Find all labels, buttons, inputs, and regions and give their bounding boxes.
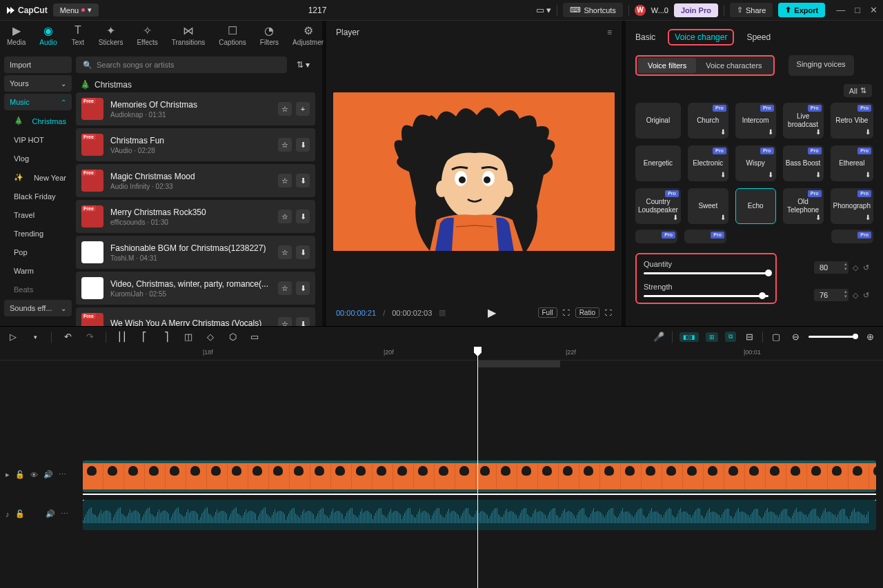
sidebar-item[interactable]: ✨ New Year — [4, 169, 72, 186]
favorite-button[interactable]: ☆ — [278, 174, 292, 187]
song-item[interactable]: Free Merry Christmas Rock350 efficsounds… — [76, 200, 315, 233]
trim-left-tool[interactable]: ⎡ — [138, 331, 150, 343]
play-button[interactable]: ▶ — [488, 306, 496, 319]
filter-button[interactable]: ⇅ ▾ — [291, 57, 315, 73]
keyframe-icons[interactable]: ◇ ↺ — [853, 263, 871, 272]
mic-icon[interactable]: 🎤 — [653, 331, 665, 343]
tab-adjustment[interactable]: ⚙Adjustmer — [292, 23, 324, 46]
search-input[interactable]: 🔍 Search songs or artists — [76, 57, 287, 73]
marker-tool[interactable]: ◇ — [204, 331, 217, 343]
sidebar-item[interactable]: VIP HOT — [4, 132, 72, 148]
favorite-button[interactable]: ☆ — [278, 281, 292, 295]
track-more-icon[interactable]: ⋯ — [61, 509, 68, 518]
voice-item[interactable]: ProChurch⬇ — [688, 103, 728, 139]
voice-item[interactable]: Original — [635, 103, 681, 139]
sidebar-christmas[interactable]: 🎄 Christmas — [4, 112, 72, 130]
voice-item[interactable]: ProRetro Vibe⬇ — [831, 103, 874, 139]
zoom-slider[interactable] — [808, 336, 857, 338]
track-more-icon[interactable]: ⋯ — [59, 470, 66, 479]
add-button[interactable]: ⬇ — [296, 138, 310, 152]
song-item[interactable]: Free Christmas Fun VAudio · 02:28 ☆ ⬇ — [76, 128, 315, 161]
strength-value[interactable]: 76▴▾ — [814, 289, 849, 301]
pointer-tool[interactable]: ▷ — [7, 331, 19, 343]
favorite-button[interactable]: ☆ — [278, 317, 292, 326]
favorite-button[interactable]: ☆ — [278, 102, 292, 116]
favorite-button[interactable]: ☆ — [278, 210, 292, 223]
layout-icon[interactable]: ▭ ▾ — [536, 5, 552, 15]
pointer-menu[interactable]: ▾ — [29, 331, 41, 343]
voice-item[interactable]: ProEthereal⬇ — [831, 145, 874, 181]
delete-tool[interactable]: ▭ — [248, 331, 261, 343]
subtab-voice-characters[interactable]: Voice characters — [696, 58, 771, 73]
tab-stickers[interactable]: ✦Stickers — [99, 23, 123, 46]
tab-media[interactable]: ▶Media — [7, 23, 26, 46]
sidebar-yours[interactable]: Yours⌄ — [4, 75, 72, 92]
sidebar-item[interactable]: Travel — [4, 207, 72, 223]
voice-item[interactable]: Echo — [735, 188, 776, 224]
add-button[interactable]: ⬇ — [296, 174, 310, 187]
sidebar-item[interactable]: Beats — [4, 281, 72, 298]
add-button[interactable]: ⬇ — [296, 210, 310, 223]
tab-speed[interactable]: Speed — [746, 30, 771, 45]
subtab-voice-filters[interactable]: Voice filters — [638, 58, 696, 73]
zoom-in-icon[interactable]: ⊕ — [864, 331, 876, 343]
add-button[interactable]: ⬇ — [296, 245, 310, 259]
voice-item[interactable]: ProElectronic⬇ — [688, 145, 728, 181]
add-button[interactable]: + — [296, 102, 310, 116]
voice-item[interactable]: ProWispy⬇ — [735, 145, 776, 181]
tab-filters[interactable]: ◔Filters — [260, 23, 279, 46]
track-collapse-icon[interactable]: ▸ — [6, 470, 10, 479]
strength-slider[interactable] — [644, 295, 768, 297]
export-button[interactable]: ⬆ Export — [778, 3, 825, 17]
join-pro-button[interactable]: Join Pro — [674, 3, 718, 17]
sidebar-item[interactable]: Black Friday — [4, 188, 72, 205]
preview-area[interactable] — [326, 44, 622, 299]
link-chip[interactable]: ⧉ — [725, 332, 736, 342]
subtab-singing[interactable]: Singing voices — [788, 55, 854, 76]
sidebar-item[interactable]: Warm — [4, 263, 72, 279]
menu-button[interactable]: Menu ▾ — [53, 3, 99, 17]
voice-item[interactable]: Energetic — [635, 145, 681, 181]
fullscreen-icon[interactable]: ⛶ — [605, 309, 612, 316]
preview-tool[interactable]: ▢ — [770, 331, 782, 343]
quantity-value[interactable]: 80▴▾ — [814, 261, 849, 274]
sidebar-item[interactable]: Trending — [4, 225, 72, 242]
voice-item[interactable]: ProBass Boost⬇ — [783, 145, 824, 181]
zoom-out-icon[interactable]: ⊖ — [789, 331, 802, 343]
share-button[interactable]: ⇧ Share — [730, 3, 773, 17]
tab-text[interactable]: TText — [71, 23, 85, 46]
shortcuts-button[interactable]: ⌨ Shortcuts — [563, 3, 622, 17]
maximize-icon[interactable]: □ — [855, 5, 860, 15]
timeline-ruler[interactable]: |18f|20f|22f|00:01 — [0, 347, 883, 361]
favorite-button[interactable]: ☆ — [278, 138, 292, 152]
song-item[interactable]: Fashionable BGM for Christmas(1238227) T… — [76, 236, 315, 269]
voice-item[interactable]: ProLive broadcast⬇ — [783, 103, 824, 139]
favorite-button[interactable]: ☆ — [278, 245, 292, 259]
sidebar-music[interactable]: Music⌃ — [4, 94, 72, 110]
track-type-icon[interactable]: ♪ — [6, 510, 10, 518]
tab-effects[interactable]: ✧Effects — [137, 23, 157, 46]
track-lock-icon[interactable]: 🔓 — [15, 509, 25, 518]
snap-chip[interactable]: ◧◨ — [679, 332, 699, 342]
ratio-button[interactable]: Ratio — [575, 307, 599, 318]
redo-button[interactable]: ↷ — [83, 331, 96, 343]
sidebar-sounds[interactable]: Sounds eff...⌄ — [4, 300, 72, 316]
player-menu-icon[interactable]: ≡ — [607, 28, 612, 37]
playhead[interactable] — [477, 347, 478, 588]
voice-item[interactable]: ProCountry Loudspeaker⬇ — [635, 188, 681, 224]
tab-audio[interactable]: ◉Audio — [39, 23, 57, 46]
tab-transitions[interactable]: ⋈Transitions — [172, 23, 206, 46]
voice-item[interactable]: Pro — [831, 230, 873, 243]
audio-track[interactable] — [83, 500, 876, 530]
keyframe-icons[interactable]: ◇ ↺ — [853, 291, 871, 300]
compare-icon[interactable]: ▥ — [439, 308, 446, 317]
sidebar-import[interactable]: Import — [4, 57, 72, 73]
voice-item[interactable]: ProOld Telephone⬇ — [783, 188, 824, 224]
track-visibility-icon[interactable]: 👁 — [30, 471, 38, 479]
voice-item[interactable]: Sweet⬇ — [688, 188, 728, 224]
add-button[interactable]: ⬇ — [296, 317, 310, 326]
song-item[interactable]: Free Magic Christmas Mood Audio Infinity… — [76, 164, 315, 197]
track-lock-icon[interactable]: 🔓 — [15, 470, 25, 479]
voice-item[interactable]: ProPhonograph⬇ — [831, 188, 874, 224]
minimize-icon[interactable]: — — [836, 5, 845, 15]
